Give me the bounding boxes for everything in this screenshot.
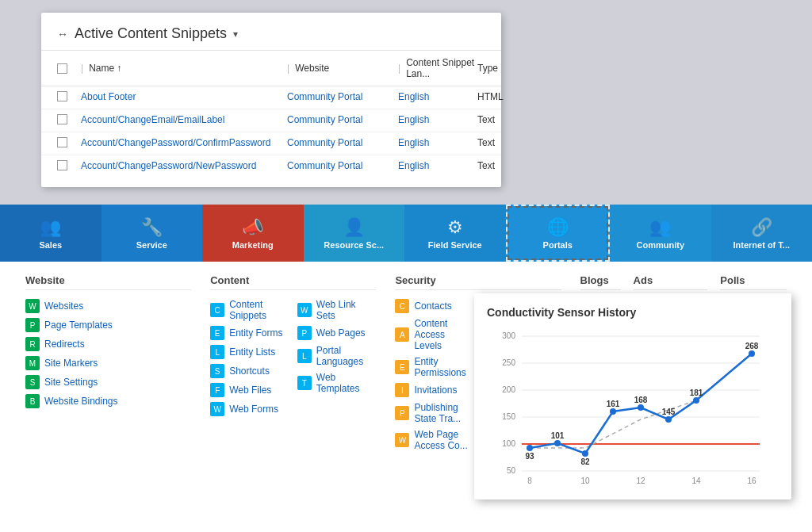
menu-item[interactable]: M Site Markers (25, 354, 191, 373)
menu-item-label: Contacts (414, 300, 451, 312)
point-145 (665, 416, 672, 423)
col-type: Type (477, 57, 533, 79)
menu-item-icon: P (25, 318, 40, 332)
select-all-checkbox[interactable] (57, 57, 81, 79)
content-items-col2: W Web Link Sets P Web Pages L Portal Lan… (297, 297, 377, 396)
menu-item[interactable]: W Websites (25, 297, 191, 316)
nav-tile-service[interactable]: 🔧 Service (102, 205, 203, 262)
row-lang[interactable]: English (398, 137, 477, 150)
menu-item-label: Site Markers (44, 358, 98, 369)
menu-item-icon: W (297, 303, 312, 317)
menu-item-icon: F (210, 383, 224, 397)
nav-tile-resourcesc[interactable]: 👤 Resource Sc... (304, 205, 405, 262)
row-website[interactable]: Community Portal (287, 160, 398, 173)
table-row: Account/ChangePassword/NewPassword Commu… (41, 155, 501, 178)
x-16: 16 (747, 477, 756, 485)
menu-item-icon: W (395, 433, 409, 447)
row-name[interactable]: Account/ChangePassword/NewPassword (81, 160, 287, 173)
menu-item-label: Web Pages (316, 327, 366, 339)
col-website[interactable]: | Website (287, 57, 398, 79)
row-checkbox[interactable] (57, 91, 81, 104)
panel-title-text: Active Content Snippets (75, 25, 227, 42)
menu-item[interactable]: W Web Link Sets (297, 297, 377, 323)
col-lang[interactable]: | Content Snippet Lan... (398, 57, 477, 79)
menu-item-icon: T (297, 376, 312, 390)
menu-item-icon: W (25, 299, 40, 313)
menu-item-label: Entity Forms (229, 327, 282, 339)
tile-label: Service (136, 240, 167, 250)
menu-item[interactable]: P Page Templates (25, 316, 191, 335)
website-section: Website W Websites P Page Templates R Re… (16, 274, 201, 519)
menu-item[interactable]: F Web Files (210, 381, 289, 400)
row-lang[interactable]: English (398, 91, 477, 104)
table-body: About Footer Community Portal English HT… (41, 86, 501, 178)
menu-item[interactable]: C Content Snippets (210, 297, 289, 323)
row-name[interactable]: Account/ChangePassword/ConfirmPassword (81, 137, 287, 150)
menu-item-label: Entity Permissions (414, 356, 474, 378)
tile-icon: 🌐 (547, 217, 569, 238)
tile-label: Community (637, 240, 685, 250)
menu-item-label: Web Files (229, 385, 271, 396)
menu-item-icon: S (210, 364, 224, 378)
menu-item[interactable]: W Web Forms (210, 400, 289, 419)
security-items-col1: C Contacts A Content Access Levels E Ent… (395, 297, 474, 454)
row-website[interactable]: Community Portal (287, 137, 398, 150)
row-checkbox[interactable] (57, 114, 81, 127)
label-181: 181 (690, 388, 703, 397)
content-section-title: Content (210, 274, 376, 290)
menu-item-icon: L (297, 349, 312, 363)
label-145: 145 (662, 408, 676, 416)
menu-item[interactable]: W Web Page Access Co... (395, 427, 474, 454)
menu-item[interactable]: P Publishing State Tra... (395, 400, 474, 427)
menu-item-label: Websites (44, 300, 83, 312)
y-300: 300 (502, 331, 515, 340)
row-type: HTML (477, 91, 533, 104)
menu-item-label: Invitations (414, 385, 457, 396)
row-checkbox[interactable] (57, 137, 81, 150)
menu-item[interactable]: T Web Templates (297, 369, 377, 396)
menu-item-label: Web Link Sets (316, 299, 377, 321)
nav-tiles: 👥 Sales 🔧 Service 📣 Marketing 👤 Resource… (0, 205, 812, 262)
menu-item[interactable]: A Content Access Levels (395, 316, 474, 354)
col-name[interactable]: | Name ↑ (81, 57, 287, 79)
nav-tile-sales[interactable]: 👥 Sales (0, 205, 102, 262)
point-101 (554, 440, 561, 446)
nav-tile-community[interactable]: 👥 Community (610, 205, 711, 262)
menu-item[interactable]: B Website Bindings (25, 392, 191, 411)
blogs-title: Blogs (580, 274, 621, 290)
row-lang[interactable]: English (398, 114, 477, 127)
dropdown-arrow-icon[interactable]: ▾ (233, 29, 238, 40)
row-website[interactable]: Community Portal (287, 91, 398, 104)
row-website[interactable]: Community Portal (287, 114, 398, 127)
menu-item[interactable]: E Entity Forms (210, 323, 289, 343)
polls-title: Polls (720, 274, 787, 290)
tile-label: Internet of T... (733, 240, 791, 250)
tile-icon: 🔧 (141, 217, 163, 238)
menu-item-icon: S (25, 375, 40, 389)
menu-item[interactable]: S Site Settings (25, 373, 191, 392)
menu-item[interactable]: E Entity Permissions (395, 354, 474, 381)
menu-item-label: Web Forms (229, 404, 278, 415)
menu-item-icon: W (210, 402, 224, 416)
menu-item-label: Website Bindings (44, 396, 118, 407)
row-type: Text (477, 160, 533, 173)
row-name[interactable]: Account/ChangeEmail/EmailLabel (81, 114, 287, 127)
row-lang[interactable]: English (398, 160, 477, 173)
row-checkbox[interactable] (57, 160, 81, 173)
menu-item-icon: P (297, 326, 312, 340)
nav-tile-internetoft[interactable]: 🔗 Internet of T... (711, 205, 813, 262)
menu-item[interactable]: S Shortcuts (210, 362, 289, 381)
tile-label: Portals (543, 240, 573, 250)
row-name[interactable]: About Footer (81, 91, 287, 104)
tile-label: Field Service (428, 240, 482, 250)
menu-item[interactable]: R Redirects (25, 335, 191, 354)
nav-tile-portals[interactable]: 🌐 Portals (506, 205, 611, 262)
nav-tile-marketing[interactable]: 📣 Marketing (202, 205, 304, 262)
menu-item[interactable]: L Portal Languages (297, 343, 377, 369)
menu-item[interactable]: P Web Pages (297, 323, 377, 343)
menu-item[interactable]: I Invitations (395, 381, 474, 400)
y-50: 50 (507, 466, 516, 475)
menu-item[interactable]: L Entity Lists (210, 343, 289, 362)
nav-tile-fieldservice[interactable]: ⚙ Field Service (404, 205, 506, 262)
menu-item[interactable]: C Contacts (395, 297, 474, 316)
